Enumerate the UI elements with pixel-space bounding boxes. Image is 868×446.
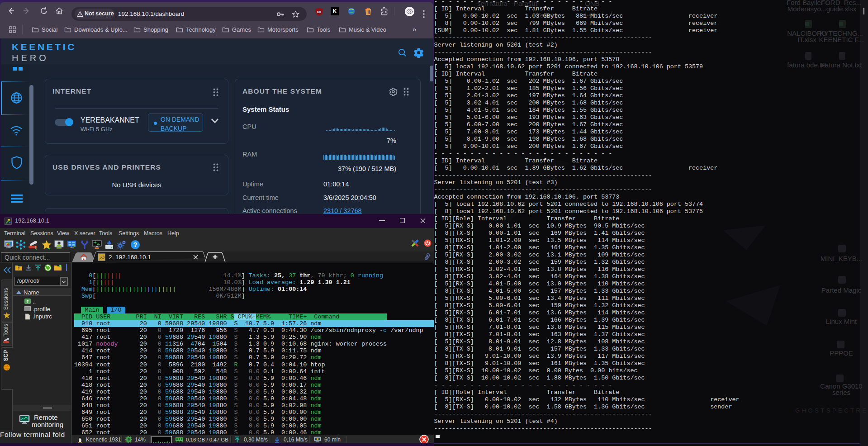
svg-text:?: ? — [133, 241, 138, 248]
svg-text:U0: U0 — [317, 10, 321, 14]
